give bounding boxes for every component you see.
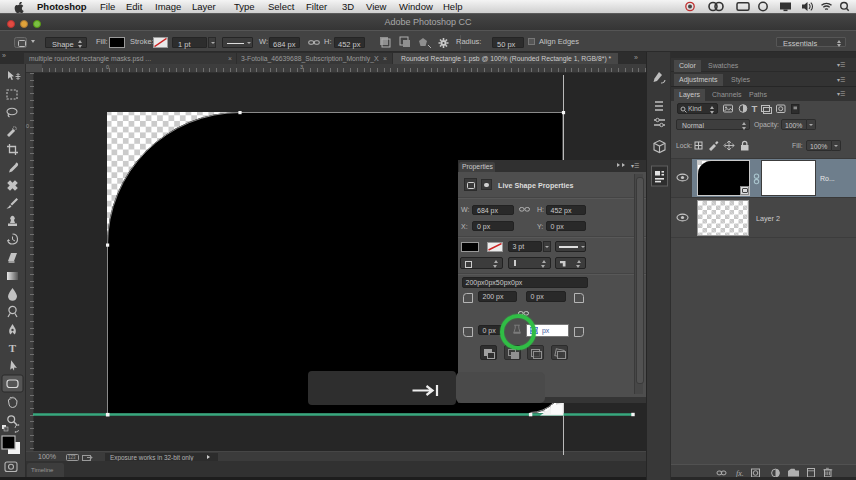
svg-text:T: T (752, 104, 758, 114)
svg-text:123: 123 (68, 455, 76, 460)
svg-text:T: T (9, 342, 17, 354)
